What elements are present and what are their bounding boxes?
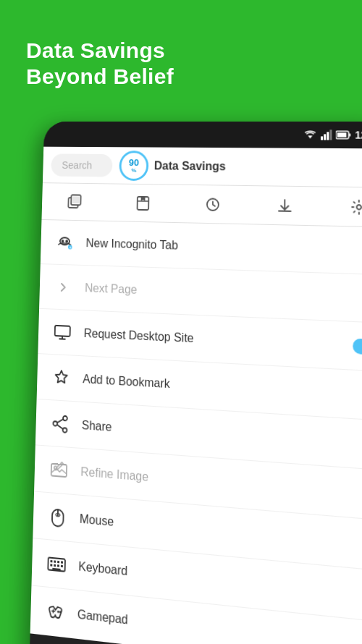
incognito-icon: + xyxy=(56,233,74,252)
svg-rect-30 xyxy=(57,560,59,562)
svg-point-22 xyxy=(63,428,67,433)
refine-image-icon xyxy=(50,459,69,480)
mouse-label: Mouse xyxy=(80,512,114,528)
data-savings-badge: 90 % Data Savings xyxy=(119,151,226,182)
toggle-container xyxy=(353,338,362,355)
history-icon[interactable] xyxy=(203,194,223,215)
share-icon xyxy=(51,413,70,433)
svg-point-16 xyxy=(65,240,68,242)
svg-rect-33 xyxy=(54,564,56,566)
savings-label: Data Savings xyxy=(154,159,226,173)
refine-image-label: Refine Image xyxy=(80,465,148,483)
svg-rect-10 xyxy=(72,196,80,203)
svg-marker-0 xyxy=(308,135,313,138)
svg-point-13 xyxy=(357,205,361,209)
header-line2: Beyond Belief xyxy=(26,64,174,90)
battery-icon xyxy=(336,130,351,139)
savings-number: 90 xyxy=(129,158,139,167)
svg-rect-7 xyxy=(349,133,350,136)
keyboard-label: Keyboard xyxy=(78,559,127,578)
svg-rect-28 xyxy=(50,559,52,562)
svg-point-37 xyxy=(57,611,59,614)
header-line1: Data Savings xyxy=(26,38,174,64)
svg-point-15 xyxy=(62,240,64,242)
gamepad-label: Gamepad xyxy=(77,608,128,627)
new-incognito-tab-label: New Incognito Tab xyxy=(85,237,178,253)
svg-rect-35 xyxy=(61,564,63,567)
address-bar[interactable]: Search 90 % Data Savings xyxy=(43,147,362,188)
status-time: 12:30 xyxy=(355,129,362,141)
share-label: Share xyxy=(82,418,112,433)
svg-rect-3 xyxy=(327,132,329,140)
svg-point-21 xyxy=(53,421,57,426)
next-page-label: Next Page xyxy=(85,281,137,297)
search-box[interactable]: Search xyxy=(51,153,112,177)
svg-rect-2 xyxy=(324,134,326,140)
request-desktop-site-label: Request Desktop Site xyxy=(84,326,194,345)
status-icons: 12:30 xyxy=(304,129,362,141)
svg-point-20 xyxy=(63,415,67,420)
bookmark-star-icon xyxy=(52,368,70,388)
phone-frame: 12:30 Search 90 % Data Savings xyxy=(29,122,362,644)
savings-circle: 90 % xyxy=(119,151,148,181)
svg-rect-19 xyxy=(55,325,70,336)
desktop-site-toggle[interactable] xyxy=(353,338,362,355)
gamepad-icon xyxy=(46,601,64,624)
svg-rect-32 xyxy=(50,564,52,566)
svg-rect-29 xyxy=(54,560,56,562)
bookmarks-icon[interactable] xyxy=(133,192,153,213)
signal-icon xyxy=(320,130,332,140)
next-page-chevron-icon xyxy=(54,277,72,297)
desktop-icon xyxy=(54,322,72,342)
status-bar: 12:30 xyxy=(43,122,362,148)
svg-rect-1 xyxy=(321,136,323,140)
wifi-icon xyxy=(304,130,316,140)
savings-percent: % xyxy=(131,167,136,174)
svg-rect-4 xyxy=(330,130,332,140)
tabs-icon[interactable] xyxy=(65,192,85,212)
mouse-icon xyxy=(49,506,67,527)
settings-icon[interactable] xyxy=(348,196,362,218)
page-header: Data Savings Beyond Belief xyxy=(26,38,174,90)
svg-rect-31 xyxy=(61,561,63,563)
dropdown-menu: + New Incognito Tab Next Page Request xyxy=(30,220,362,644)
add-to-bookmark-label: Add to Bookmark xyxy=(83,372,170,391)
download-icon[interactable] xyxy=(274,195,295,216)
svg-rect-6 xyxy=(337,132,347,137)
keyboard-icon xyxy=(47,554,66,575)
svg-rect-34 xyxy=(57,564,59,567)
